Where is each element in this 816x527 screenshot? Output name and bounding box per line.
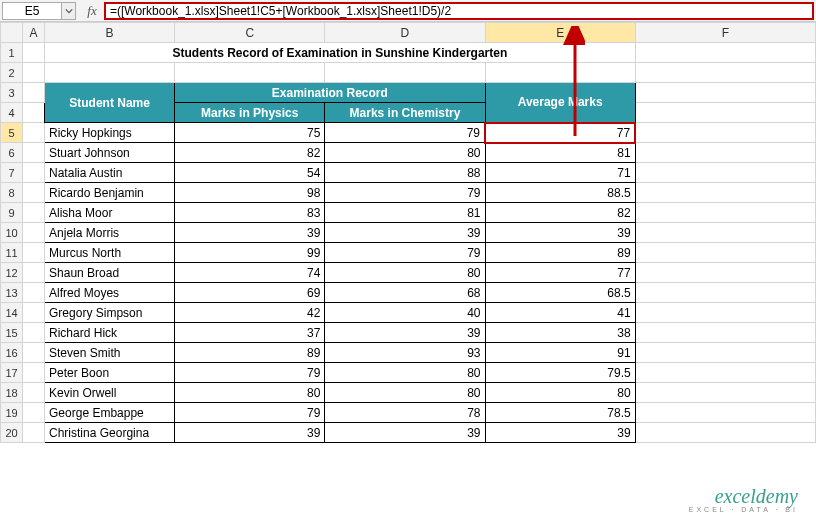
- cell-average[interactable]: 89: [485, 243, 635, 263]
- cell-chemistry[interactable]: 81: [325, 203, 485, 223]
- select-all[interactable]: [1, 23, 23, 43]
- row-header[interactable]: 6: [1, 143, 23, 163]
- cell-name[interactable]: Shaun Broad: [45, 263, 175, 283]
- row-header[interactable]: 3: [1, 83, 23, 103]
- cell-average[interactable]: 78.5: [485, 403, 635, 423]
- cell-chemistry[interactable]: 80: [325, 383, 485, 403]
- column-header-row: A B C D E F: [1, 23, 816, 43]
- cell-physics[interactable]: 39: [175, 223, 325, 243]
- row-header[interactable]: 1: [1, 43, 23, 63]
- cell-physics[interactable]: 80: [175, 383, 325, 403]
- cell-physics[interactable]: 42: [175, 303, 325, 323]
- cell-chemistry[interactable]: 39: [325, 223, 485, 243]
- cell-average[interactable]: 39: [485, 223, 635, 243]
- cell-average[interactable]: 82: [485, 203, 635, 223]
- cell-name[interactable]: Gregory Simpson: [45, 303, 175, 323]
- cell-average[interactable]: 88.5: [485, 183, 635, 203]
- cell-chemistry[interactable]: 78: [325, 403, 485, 423]
- cell-chemistry[interactable]: 68: [325, 283, 485, 303]
- row-header[interactable]: 20: [1, 423, 23, 443]
- cell-name[interactable]: Christina Georgina: [45, 423, 175, 443]
- col-header-D[interactable]: D: [325, 23, 485, 43]
- row-header[interactable]: 12: [1, 263, 23, 283]
- row-header[interactable]: 5: [1, 123, 23, 143]
- cell-chemistry[interactable]: 79: [325, 183, 485, 203]
- cell-name[interactable]: Stuart Johnson: [45, 143, 175, 163]
- cell-name[interactable]: Ricky Hopkings: [45, 123, 175, 143]
- cell-name[interactable]: Kevin Orwell: [45, 383, 175, 403]
- name-box-dropdown[interactable]: [62, 2, 76, 20]
- name-box[interactable]: E5: [2, 2, 62, 20]
- cell-name[interactable]: Steven Smith: [45, 343, 175, 363]
- cell-name[interactable]: Alisha Moor: [45, 203, 175, 223]
- cell-name[interactable]: Ricardo Benjamin: [45, 183, 175, 203]
- cell-average[interactable]: 81: [485, 143, 635, 163]
- cell-chemistry[interactable]: 80: [325, 363, 485, 383]
- col-header-C[interactable]: C: [175, 23, 325, 43]
- formula-text: =([Workbook_1.xlsx]Sheet1!C5+[Workbook_1…: [110, 4, 451, 18]
- cell-physics[interactable]: 83: [175, 203, 325, 223]
- formula-bar: E5 fx =([Workbook_1.xlsx]Sheet1!C5+[Work…: [0, 0, 816, 22]
- row-header[interactable]: 14: [1, 303, 23, 323]
- cell-physics[interactable]: 54: [175, 163, 325, 183]
- cell-name[interactable]: Alfred Moyes: [45, 283, 175, 303]
- formula-input[interactable]: =([Workbook_1.xlsx]Sheet1!C5+[Workbook_1…: [104, 2, 814, 20]
- cell-chemistry[interactable]: 39: [325, 423, 485, 443]
- row-header[interactable]: 18: [1, 383, 23, 403]
- row-header[interactable]: 10: [1, 223, 23, 243]
- cell-physics[interactable]: 74: [175, 263, 325, 283]
- col-header-B[interactable]: B: [45, 23, 175, 43]
- cell-physics[interactable]: 79: [175, 403, 325, 423]
- cell-physics[interactable]: 79: [175, 363, 325, 383]
- cell-chemistry[interactable]: 79: [325, 123, 485, 143]
- cell-chemistry[interactable]: 88: [325, 163, 485, 183]
- row-header[interactable]: 7: [1, 163, 23, 183]
- cell-name[interactable]: Richard Hick: [45, 323, 175, 343]
- cell-average[interactable]: 68.5: [485, 283, 635, 303]
- cell-chemistry[interactable]: 93: [325, 343, 485, 363]
- row-header[interactable]: 19: [1, 403, 23, 423]
- cell-name[interactable]: Murcus North: [45, 243, 175, 263]
- cell-name[interactable]: Natalia Austin: [45, 163, 175, 183]
- cell-average[interactable]: 39: [485, 423, 635, 443]
- col-header-E[interactable]: E: [485, 23, 635, 43]
- cell-name[interactable]: Peter Boon: [45, 363, 175, 383]
- row-header[interactable]: 9: [1, 203, 23, 223]
- cell-physics[interactable]: 99: [175, 243, 325, 263]
- row-header[interactable]: 2: [1, 63, 23, 83]
- insert-function-button[interactable]: fx: [82, 3, 102, 19]
- cell-name[interactable]: George Embappe: [45, 403, 175, 423]
- cell-average[interactable]: 77: [485, 263, 635, 283]
- row-header[interactable]: 17: [1, 363, 23, 383]
- cell-chemistry[interactable]: 39: [325, 323, 485, 343]
- cell-average[interactable]: 71: [485, 163, 635, 183]
- col-header-A[interactable]: A: [23, 23, 45, 43]
- row-header[interactable]: 16: [1, 343, 23, 363]
- col-header-F[interactable]: F: [635, 23, 815, 43]
- cell-physics[interactable]: 75: [175, 123, 325, 143]
- cell-chemistry[interactable]: 80: [325, 263, 485, 283]
- cell-average[interactable]: 38: [485, 323, 635, 343]
- cell-physics[interactable]: 98: [175, 183, 325, 203]
- cell-physics[interactable]: 82: [175, 143, 325, 163]
- cell-chemistry[interactable]: 80: [325, 143, 485, 163]
- cell-average[interactable]: 79.5: [485, 363, 635, 383]
- cell-average[interactable]: 41: [485, 303, 635, 323]
- cell-average[interactable]: 80: [485, 383, 635, 403]
- cell-physics[interactable]: 89: [175, 343, 325, 363]
- cell-physics[interactable]: 69: [175, 283, 325, 303]
- cell-physics[interactable]: 39: [175, 423, 325, 443]
- cell-average[interactable]: 77: [485, 123, 635, 143]
- worksheet[interactable]: A B C D E F 1 Students Record of Examina…: [0, 22, 816, 443]
- cell-chemistry[interactable]: 40: [325, 303, 485, 323]
- header-average: Average Marks: [485, 83, 635, 123]
- row-header[interactable]: 15: [1, 323, 23, 343]
- cell-physics[interactable]: 37: [175, 323, 325, 343]
- cell-name[interactable]: Anjela Morris: [45, 223, 175, 243]
- cell-average[interactable]: 91: [485, 343, 635, 363]
- row-header[interactable]: 4: [1, 103, 23, 123]
- row-header[interactable]: 11: [1, 243, 23, 263]
- cell-chemistry[interactable]: 79: [325, 243, 485, 263]
- row-header[interactable]: 13: [1, 283, 23, 303]
- row-header[interactable]: 8: [1, 183, 23, 203]
